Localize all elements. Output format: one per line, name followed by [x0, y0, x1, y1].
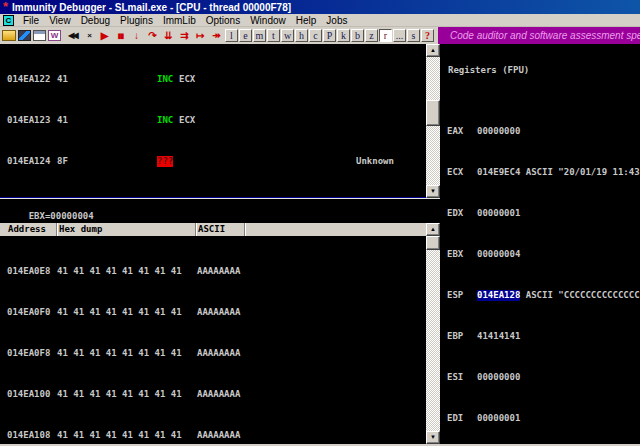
header-hex-dump: Hex dump — [57, 223, 196, 236]
register-value: 014EA128 — [477, 290, 520, 301]
register-row[interactable]: EBP41414141 — [440, 331, 640, 342]
run-icon[interactable]: ▶ — [97, 29, 112, 43]
hex-bytes: 41 41 41 41 41 41 41 41 — [57, 266, 197, 277]
hex-row[interactable]: 014EA10041 41 41 41 41 41 41 41AAAAAAAA — [0, 389, 426, 400]
hex-bytes: 41 41 41 41 41 41 41 41 — [57, 430, 197, 441]
disassembly-pane: 014EA12241INCECX 014EA12341INCECX 014EA1… — [0, 44, 426, 198]
menu-plugins[interactable]: Plugins — [115, 15, 158, 26]
hex-row[interactable]: 014EA0E841 41 41 41 41 41 41 41AAAAAAAA — [0, 266, 426, 277]
z-window-button[interactable]: z — [365, 29, 378, 42]
window-title: Immunity Debugger - SLmail.exe - [CPU - … — [12, 2, 291, 13]
menu-file[interactable]: File — [18, 15, 44, 26]
register-value: 00000000 — [477, 372, 520, 383]
disasm-instruction: INCECX — [157, 115, 195, 126]
disasm-bytes: 41 — [57, 74, 157, 85]
register-name: EBX — [447, 249, 477, 260]
register-row[interactable]: ESP014EA128 ASCII "CCCCCCCCCCCCCC — [440, 290, 640, 301]
cpu-window-button[interactable]: c — [309, 29, 322, 42]
log-window-icon[interactable]: W — [48, 30, 61, 41]
step-into-icon[interactable]: ↓ — [129, 29, 144, 43]
register-row[interactable]: EDX00000001 — [440, 208, 640, 219]
right-column: Registers (FPU) EAX00000000 ECX014E9EC4 … — [440, 44, 640, 446]
hexdump-scrollbar[interactable]: ▲ ▼ — [426, 223, 440, 444]
hiring-banner: Code auditor and software assessment spe… — [438, 27, 640, 44]
register-row[interactable]: EBX00000004 — [440, 249, 640, 260]
register-row[interactable]: ESI00000000 — [440, 372, 640, 383]
more-windows-button[interactable]: ... — [393, 29, 406, 42]
close-program-icon[interactable]: × — [81, 29, 96, 43]
exec-till-user-icon[interactable]: ↠ — [209, 29, 224, 43]
disasm-row[interactable]: 014EA12241INCECX — [0, 74, 426, 85]
animate-into-icon[interactable]: ⇊ — [161, 29, 176, 43]
menu-help[interactable]: Help — [291, 15, 322, 26]
disasm-comment: Unknown — [356, 156, 394, 167]
scrollbar-thumb[interactable] — [426, 236, 440, 250]
restart-icon[interactable]: ◀◀ — [65, 29, 80, 43]
register-value: 00000001 — [477, 413, 520, 424]
disasm-instruction: INCECX — [157, 74, 195, 85]
menu-debug[interactable]: Debug — [76, 15, 115, 26]
hex-bytes: 41 41 41 41 41 41 41 41 — [57, 348, 197, 359]
disasm-scrollbar[interactable]: ▲ ▼ — [426, 44, 440, 198]
pause-icon[interactable]: ▮▮ — [113, 29, 128, 43]
hex-row[interactable]: 014EA10841 41 41 41 41 41 41 41AAAAAAAA — [0, 430, 426, 441]
register-value: 00000004 — [477, 249, 520, 260]
menu-options[interactable]: Options — [201, 15, 245, 26]
attach-process-icon[interactable] — [18, 30, 31, 41]
scrollbar-thumb[interactable] — [426, 100, 440, 126]
menu-window[interactable]: Window — [245, 15, 291, 26]
windows-button[interactable]: w — [281, 29, 294, 42]
register-name: EBP — [447, 331, 477, 342]
immunity-debugger-window: * Immunity Debugger - SLmail.exe - [CPU … — [0, 0, 640, 446]
menu-bar: C File View Debug Plugins ImmLib Options… — [0, 14, 640, 27]
exec-till-return-icon[interactable]: ↦ — [193, 29, 208, 43]
scroll-down-icon[interactable]: ▼ — [426, 431, 440, 444]
menu-immlib[interactable]: ImmLib — [158, 15, 201, 26]
title-bar: * Immunity Debugger - SLmail.exe - [CPU … — [0, 0, 640, 14]
hex-row[interactable]: 014EA0F841 41 41 41 41 41 41 41AAAAAAAA — [0, 348, 426, 359]
disasm-instruction: ??? — [157, 156, 179, 167]
register-ascii: ASCII "20/01/19 11:43 — [520, 167, 639, 178]
disasm-address: 014EA123 — [7, 115, 57, 126]
registers-title: Registers (FPU) — [440, 64, 640, 76]
executables-button[interactable]: e — [239, 29, 252, 42]
handles-button[interactable]: h — [295, 29, 308, 42]
help-button[interactable]: ? — [421, 29, 434, 42]
hex-address: 014EA0F8 — [7, 348, 57, 359]
cpu-window-icon[interactable]: C — [3, 15, 14, 26]
register-row[interactable]: EDI00000001 — [440, 413, 640, 424]
scroll-up-icon[interactable]: ▲ — [426, 223, 440, 236]
breakpoints-button[interactable]: b — [351, 29, 364, 42]
hex-ascii: AAAAAAAA — [197, 266, 240, 277]
scroll-down-icon[interactable]: ▼ — [426, 185, 440, 198]
register-name: EAX — [447, 126, 477, 137]
memory-map-button[interactable]: m — [253, 29, 266, 42]
open-file-icon[interactable] — [2, 30, 16, 41]
log-window-button[interactable]: l — [225, 29, 238, 42]
register-value: 00000000 — [477, 126, 520, 137]
hex-ascii: AAAAAAAA — [197, 348, 240, 359]
menu-jobs[interactable]: Jobs — [321, 15, 352, 26]
hex-row[interactable]: 014EA0F041 41 41 41 41 41 41 41AAAAAAAA — [0, 307, 426, 318]
register-name: EDX — [447, 208, 477, 219]
threads-button[interactable]: t — [267, 29, 280, 42]
register-row[interactable]: EAX00000000 — [440, 126, 640, 137]
source-button[interactable]: s — [407, 29, 420, 42]
step-over-icon[interactable]: ↷ — [145, 29, 160, 43]
scroll-up-icon[interactable]: ▲ — [426, 44, 440, 57]
register-row[interactable]: ECX014E9EC4 ASCII "20/01/19 11:43 — [440, 167, 640, 178]
hex-address: 014EA108 — [7, 430, 57, 441]
header-ascii: ASCII — [196, 223, 245, 236]
windows-list-icon[interactable] — [33, 30, 46, 41]
hex-address: 014EA0F0 — [7, 307, 57, 318]
disasm-row[interactable]: 014EA12341INCECX — [0, 115, 426, 126]
patches-button[interactable]: P — [323, 29, 336, 42]
references-button[interactable]: r — [379, 29, 392, 42]
disasm-row[interactable]: 014EA1248F???Unknown — [0, 156, 426, 167]
register-name: ESI — [447, 372, 477, 383]
call-stack-button[interactable]: k — [337, 29, 350, 42]
toolbar: W ◀◀ × ▶ ▮▮ ↓ ↷ ⇊ ⇉ ↦ ↠ l e m t — [0, 27, 640, 44]
animate-over-icon[interactable]: ⇉ — [177, 29, 192, 43]
menu-view[interactable]: View — [44, 15, 76, 26]
disasm-bytes: 41 — [57, 115, 157, 126]
